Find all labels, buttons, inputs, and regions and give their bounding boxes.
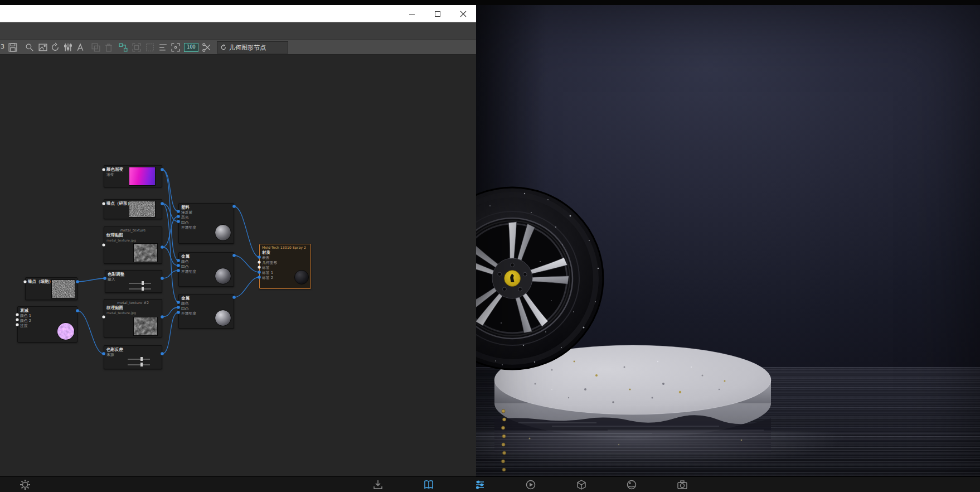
toolbar-prefix: 3 (1, 43, 4, 50)
zoom-level-indicator[interactable]: 100 (184, 43, 198, 52)
project-icon (474, 479, 486, 491)
material-graph-titlebar[interactable] (0, 5, 476, 22)
geometry-button[interactable] (575, 479, 588, 491)
render-settings-gear-icon (19, 479, 31, 491)
align-icon[interactable] (158, 42, 168, 52)
fit-view-icon[interactable] (171, 42, 181, 52)
contrast-slider-1[interactable] (128, 359, 150, 360)
noise-preview (129, 201, 156, 218)
material-graph-canvas[interactable]: 颜色渐变 渐变 噪点（碎形） metal_texture 纹理贴图 metal_… (0, 55, 476, 476)
image-icon[interactable] (38, 42, 48, 52)
realtime-viewport[interactable] (476, 5, 980, 476)
geometry-cube-icon (575, 479, 588, 491)
expand-nodes-icon[interactable] (132, 42, 142, 52)
adjust-slider-2[interactable] (129, 288, 151, 290)
keyshot-app: 3 100 几何图形节点 颜色渐变 (0, 0, 980, 492)
texture-preview-2 (133, 317, 158, 336)
text-label-icon[interactable] (75, 42, 85, 52)
noise-preview-2 (51, 279, 75, 298)
refresh-icon[interactable] (50, 42, 60, 52)
metal-material-preview-2 (215, 310, 231, 326)
bottom-toolbar (0, 476, 980, 492)
node-texture-map-1[interactable]: metal_texture 纹理贴图 metal_texture.jpg (104, 226, 162, 264)
delete-icon[interactable] (104, 42, 114, 52)
node-color-contrast[interactable]: 色彩反差 来源 (104, 345, 162, 369)
top-strip (0, 0, 980, 5)
zoom-select-icon[interactable] (25, 42, 35, 52)
node-root-material[interactable]: Mold-Tech 13010 Spray 2 材质 表面 几何图形 标签 标签… (259, 244, 311, 289)
menu-strip (0, 22, 476, 40)
ferrari-wheel (476, 184, 607, 373)
reload-node-type-icon[interactable] (220, 44, 227, 51)
save-icon[interactable] (8, 42, 18, 52)
group-nodes-icon[interactable] (118, 42, 128, 52)
node-texture-map-2[interactable]: metal_texture #2 纹理贴图 metal_texture.jpg (104, 299, 162, 337)
animation-button[interactable] (525, 479, 537, 491)
library-button[interactable] (423, 479, 435, 491)
node-color-adjust[interactable]: 色彩调整 输入 (105, 270, 162, 293)
node-color-gradient[interactable]: 颜色渐变 渐变 (104, 165, 162, 187)
minimize-icon (409, 11, 415, 17)
node-noise-fractal[interactable]: 噪点（碎形） (104, 199, 162, 219)
graph-toolbar: 3 100 几何图形节点 (0, 40, 476, 55)
render-camera-icon (676, 479, 688, 491)
node-plastic[interactable]: 塑料 漫反射 高光 凹凸 不透明度 (178, 203, 234, 244)
node-metal-1[interactable]: 金属 颜色 凹凸 不透明度 (178, 252, 234, 287)
import-button[interactable] (372, 479, 384, 491)
node-metal-2[interactable]: 金属 颜色 凹凸 不透明度 (178, 294, 234, 329)
duplicate-icon[interactable] (91, 42, 101, 52)
texture-preview (133, 243, 158, 262)
node-type-field[interactable]: 几何图形节点 (217, 41, 288, 54)
node-type-label: 几何图形节点 (229, 44, 266, 52)
project-button[interactable] (474, 479, 486, 491)
front-water-ripples (476, 431, 980, 476)
cut-connection-icon[interactable] (202, 42, 212, 52)
metal-material-preview-1 (215, 268, 231, 284)
import-icon (372, 479, 384, 491)
animation-icon (525, 479, 537, 491)
node-connections (0, 55, 476, 476)
render-button[interactable] (676, 479, 688, 491)
materials-button[interactable] (625, 479, 638, 491)
maximize-button[interactable] (425, 5, 450, 22)
frame-nodes-icon[interactable] (145, 42, 155, 52)
close-button[interactable] (450, 5, 476, 22)
render-settings-button[interactable] (19, 479, 31, 491)
library-icon (423, 479, 435, 491)
close-icon (460, 11, 467, 17)
falloff-preview (57, 322, 75, 340)
material-sphere-icon (625, 479, 638, 491)
gold-chain (497, 408, 511, 476)
adjust-slider-1[interactable] (129, 283, 151, 284)
maximize-icon (434, 11, 441, 17)
node-noise-cellular[interactable]: 噪点（细胞） (25, 277, 77, 300)
gradient-preview (129, 167, 156, 186)
node-falloff[interactable]: 衰减 颜色 1 颜色 2 过渡 (17, 306, 77, 343)
contrast-slider-2[interactable] (128, 364, 150, 365)
root-material-preview (294, 270, 309, 284)
adjust-sliders-icon[interactable] (63, 42, 73, 52)
plastic-material-preview (215, 224, 231, 241)
minimize-button[interactable] (399, 5, 425, 22)
